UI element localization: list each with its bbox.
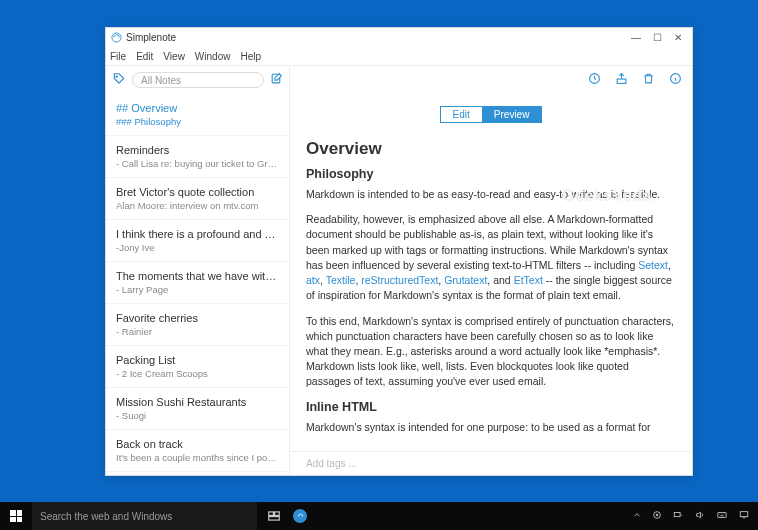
windows-logo-icon bbox=[10, 510, 22, 522]
note-item[interactable]: The moments that we have with friend... … bbox=[106, 262, 289, 304]
menu-edit[interactable]: Edit bbox=[136, 51, 153, 62]
window-controls: — ☐ ✕ bbox=[631, 32, 688, 43]
taskbar-pinned bbox=[257, 502, 313, 530]
note-item[interactable]: Packing List - 2 Ice Cream Scoops bbox=[106, 346, 289, 388]
menu-window[interactable]: Window bbox=[195, 51, 231, 62]
note-title: ## Overview bbox=[116, 102, 279, 114]
note-title: Packing List bbox=[116, 354, 279, 366]
heading-philosophy: Philosophy bbox=[306, 167, 676, 181]
tray-network-icon[interactable] bbox=[672, 510, 684, 522]
svg-rect-12 bbox=[674, 513, 680, 517]
tab-preview[interactable]: Preview bbox=[482, 107, 542, 122]
tray-chevron-icon[interactable] bbox=[632, 510, 642, 522]
sidebar-top: All Notes bbox=[106, 66, 289, 94]
para-1: Markdown is intended to be as easy-to-re… bbox=[306, 187, 676, 202]
menu-help[interactable]: Help bbox=[240, 51, 261, 62]
tags-icon[interactable] bbox=[112, 72, 126, 89]
note-snippet: ### Philosophy bbox=[116, 116, 279, 127]
preview-body[interactable]: GeeksVeda Overview Philosophy Markdown i… bbox=[290, 131, 692, 451]
editor: Edit Preview GeeksVeda Overview Philosop… bbox=[290, 66, 692, 475]
content: All Notes ## Overview ### Philosophy Rem… bbox=[106, 65, 692, 475]
note-snippet: - Rainier bbox=[116, 326, 279, 337]
taskbar: Search the web and Windows bbox=[0, 502, 758, 530]
close-button[interactable]: ✕ bbox=[674, 32, 682, 43]
note-title: I think there is a profound and enduri..… bbox=[116, 228, 279, 240]
minimize-button[interactable]: — bbox=[631, 32, 641, 43]
app-window: Simplenote — ☐ ✕ File Edit View Window H… bbox=[105, 27, 693, 476]
link-textile[interactable]: Textile bbox=[326, 274, 356, 286]
note-item[interactable]: Back on track It's been a couple months … bbox=[106, 430, 289, 472]
start-button[interactable] bbox=[0, 502, 32, 530]
simplenote-icon bbox=[293, 509, 307, 523]
svg-rect-7 bbox=[275, 512, 280, 516]
menu-view[interactable]: View bbox=[163, 51, 185, 62]
edit-preview-tabs: Edit Preview bbox=[440, 106, 543, 123]
note-snippet: Alan Moore: interview on mtv.com bbox=[116, 200, 279, 211]
simplenote-taskbar-button[interactable] bbox=[287, 502, 313, 530]
menubar: File Edit View Window Help bbox=[106, 47, 692, 65]
svg-point-1 bbox=[116, 76, 117, 77]
note-snippet: - 2 Ice Cream Scoops bbox=[116, 368, 279, 379]
editor-toolbar bbox=[290, 66, 692, 94]
taskbar-search-input[interactable]: Search the web and Windows bbox=[32, 502, 257, 530]
para-4: Markdown's syntax is intended for one pu… bbox=[306, 420, 676, 435]
svg-rect-13 bbox=[718, 513, 726, 518]
note-title: Favorite cherries bbox=[116, 312, 279, 324]
tab-switch: Edit Preview bbox=[290, 94, 692, 131]
link-atx[interactable]: atx bbox=[306, 274, 320, 286]
tray-keyboard-icon[interactable] bbox=[716, 510, 728, 522]
note-title: Back on track bbox=[116, 438, 279, 450]
taskbar-search-placeholder: Search the web and Windows bbox=[40, 511, 172, 522]
tray-location-icon[interactable] bbox=[652, 510, 662, 522]
task-view-button[interactable] bbox=[261, 502, 287, 530]
note-snippet: -Jony Ive bbox=[116, 242, 279, 253]
link-restructuredtext[interactable]: reStructuredText bbox=[361, 274, 438, 286]
system-tray bbox=[632, 510, 758, 522]
search-placeholder: All Notes bbox=[141, 75, 181, 86]
sidebar: All Notes ## Overview ### Philosophy Rem… bbox=[106, 66, 290, 475]
tag-placeholder: Add tags ... bbox=[306, 458, 357, 469]
svg-rect-4 bbox=[617, 79, 626, 83]
note-snippet: - Call Lisa re: buying our ticket to Gre… bbox=[116, 158, 279, 169]
note-title: Mission Sushi Restaurants bbox=[116, 396, 279, 408]
maximize-button[interactable]: ☐ bbox=[653, 32, 662, 43]
window-title: Simplenote bbox=[126, 32, 631, 43]
menu-file[interactable]: File bbox=[110, 51, 126, 62]
history-icon[interactable] bbox=[588, 72, 601, 88]
link-ettext[interactable]: EtText bbox=[514, 274, 543, 286]
link-setext[interactable]: Setext bbox=[638, 259, 668, 271]
new-note-button[interactable] bbox=[270, 72, 283, 88]
tag-input[interactable]: Add tags ... bbox=[290, 451, 692, 475]
note-item[interactable]: Grocery list bbox=[106, 472, 289, 475]
svg-rect-14 bbox=[740, 512, 748, 517]
svg-rect-8 bbox=[269, 517, 280, 521]
svg-point-11 bbox=[656, 514, 658, 516]
note-snippet: It's been a couple months since I posted… bbox=[116, 452, 279, 463]
note-snippet: - Larry Page bbox=[116, 284, 279, 295]
note-title: Reminders bbox=[116, 144, 279, 156]
note-title: Bret Victor's quote collection bbox=[116, 186, 279, 198]
svg-rect-6 bbox=[269, 512, 274, 516]
note-title: The moments that we have with friend... bbox=[116, 270, 279, 282]
tray-volume-icon[interactable] bbox=[694, 510, 706, 522]
link-grutatext[interactable]: Grutatext bbox=[444, 274, 487, 286]
note-item[interactable]: Mission Sushi Restaurants - Suogi bbox=[106, 388, 289, 430]
para-3: To this end, Markdown's syntax is compri… bbox=[306, 314, 676, 390]
note-item[interactable]: ## Overview ### Philosophy bbox=[106, 94, 289, 136]
tab-edit[interactable]: Edit bbox=[441, 107, 482, 122]
heading-inline-html: Inline HTML bbox=[306, 400, 676, 414]
titlebar: Simplenote — ☐ ✕ bbox=[106, 28, 692, 47]
note-item[interactable]: Bret Victor's quote collection Alan Moor… bbox=[106, 178, 289, 220]
info-icon[interactable] bbox=[669, 72, 682, 88]
note-item[interactable]: Reminders - Call Lisa re: buying our tic… bbox=[106, 136, 289, 178]
share-icon[interactable] bbox=[615, 72, 628, 88]
search-input[interactable]: All Notes bbox=[132, 72, 264, 88]
note-list[interactable]: ## Overview ### Philosophy Reminders - C… bbox=[106, 94, 289, 475]
note-item[interactable]: Favorite cherries - Rainier bbox=[106, 304, 289, 346]
app-icon bbox=[110, 32, 122, 44]
action-center-icon[interactable] bbox=[738, 510, 750, 522]
para-2: Readability, however, is emphasized abov… bbox=[306, 212, 676, 303]
note-snippet: - Suogi bbox=[116, 410, 279, 421]
note-item[interactable]: I think there is a profound and enduri..… bbox=[106, 220, 289, 262]
trash-icon[interactable] bbox=[642, 72, 655, 88]
